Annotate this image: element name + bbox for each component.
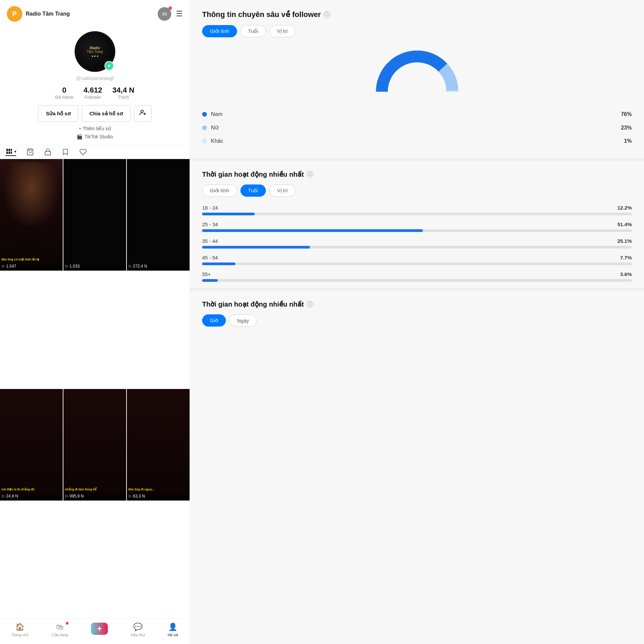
bar-fill — [202, 229, 423, 232]
activity-tab-location[interactable]: Vị trí — [269, 184, 296, 197]
activity-title-2: Thời gian hoạt động nhiều nhất ⓘ — [202, 300, 632, 308]
home-icon: 🏠 — [15, 623, 24, 631]
profile-icon: 👤 — [168, 623, 177, 631]
stat-follow: 0 Đã follow — [55, 86, 73, 100]
bar-fill — [202, 262, 235, 265]
tab-shop[interactable] — [26, 148, 34, 156]
share-profile-button[interactable]: Chia sẻ hồ sơ — [82, 105, 131, 122]
tab-liked[interactable] — [79, 148, 87, 156]
video-grid: đàn ông có một tính rất lạ ▷ 1.047 ▷ 1.0… — [0, 159, 190, 618]
video-views: ▷ 995,9 N — [65, 494, 124, 499]
male-dot — [202, 112, 207, 117]
avatar-notification[interactable]: 99 — [158, 7, 171, 21]
activity-info-icon-2[interactable]: ⓘ — [307, 301, 313, 308]
bar-label: 35 - 44 — [202, 238, 218, 244]
bar-track — [202, 213, 632, 215]
create-button[interactable]: + — [91, 623, 108, 635]
studio-icon: 🎬 — [77, 134, 82, 139]
video-item[interactable]: đàn ông có một tính rất lạ ▷ 1.047 — [0, 159, 63, 271]
tab-gender[interactable]: Giới tính — [202, 25, 237, 37]
tab-lock[interactable] — [44, 148, 52, 156]
add-avatar-button[interactable]: + — [104, 61, 114, 71]
add-friend-icon — [139, 109, 147, 116]
nav-home[interactable]: 🏠 Trang chủ — [12, 623, 28, 637]
top-bar-right: 99 ☰ — [158, 7, 183, 21]
svg-rect-5 — [11, 149, 12, 151]
bar-45-54: 45 - 54 7.7% — [202, 255, 632, 265]
right-panel: Thông tin chuyên sâu về follower ⓘ Giới … — [190, 0, 644, 644]
tab-hour[interactable]: Giờ — [202, 314, 226, 327]
activity-title: Thời gian hoạt động nhiều nhất ⓘ — [202, 170, 632, 178]
tab-day[interactable]: Ngày — [229, 314, 257, 327]
info-icon[interactable]: ⓘ — [324, 11, 330, 18]
activity-tab-age[interactable]: Tuổi — [240, 184, 266, 197]
bar-55plus-header: 55+ 3.6% — [202, 271, 632, 277]
tiktok-studio-link[interactable]: 🎬 TikTok Studio — [77, 134, 113, 139]
bottom-nav: 🏠 Trang chủ 🛍 Cửa hàng + 💬 Hộp thư 👤 Hồ … — [0, 618, 190, 644]
nav-profile-label: Hồ sơ — [168, 633, 178, 637]
video-item[interactable]: đàn ông đi ngoa... ▷ 63,3 N — [127, 389, 190, 501]
video-overlay: ▷ 63,3 N — [127, 492, 190, 501]
chevron-down-icon: ▾ — [14, 149, 16, 154]
legend-male: Nam 76% — [202, 108, 632, 121]
other-label: Khác — [211, 138, 223, 144]
video-item[interactable]: ▷ 1.033 — [63, 159, 126, 271]
video-item[interactable]: chồng đi làm hùng hổ ▷ 995,9 N — [63, 389, 126, 501]
age-bar-chart: 18 - 24 12.2% 25 - 34 51.4% 35 - 44 25.1… — [202, 205, 632, 282]
video-text-overlay: nói thật ra là chồng đó — [1, 488, 35, 491]
stat-follow-value: 0 — [62, 86, 66, 95]
bar-18-24-header: 18 - 24 12.2% — [202, 205, 632, 211]
bar-fill — [202, 279, 218, 282]
tab-location[interactable]: Vị trí — [269, 25, 296, 37]
nav-home-label: Trang chủ — [12, 633, 28, 637]
nav-shop[interactable]: 🛍 Cửa hàng — [52, 623, 68, 637]
tab-videos[interactable]: ▾ — [5, 148, 16, 156]
left-panel: P Radio Tâm Trang 99 ☰ Radio Tâm Trang ★… — [0, 0, 190, 644]
activity-info-icon[interactable]: ⓘ — [307, 171, 313, 178]
nav-shop-label: Cửa hàng — [52, 633, 68, 637]
video-overlay: ▷ 1.047 — [0, 262, 63, 271]
activity-tab-gender[interactable]: Giới tính — [202, 184, 237, 197]
shop-badge — [66, 622, 69, 625]
video-item[interactable]: nói thật ra là chồng đó ▷ 24,9 N — [0, 389, 63, 501]
logo-icon: P — [7, 6, 22, 22]
bar-label: 25 - 34 — [202, 221, 218, 227]
play-icon: ▷ — [2, 264, 5, 268]
tab-saved[interactable] — [62, 148, 69, 156]
nav-profile[interactable]: 👤 Hồ sơ — [168, 623, 178, 637]
nav-create[interactable]: + — [91, 623, 108, 637]
lock-icon — [44, 148, 52, 156]
play-icon: ▷ — [65, 264, 68, 268]
svg-rect-4 — [8, 149, 10, 151]
other-pct: 1% — [624, 138, 632, 144]
legend-female: Nữ 23% — [202, 121, 632, 135]
bar-fill — [202, 246, 310, 249]
video-item[interactable]: ▷ 272,4 N — [127, 159, 190, 271]
notification-badge — [169, 6, 172, 10]
bar-35-44-header: 35 - 44 25.1% — [202, 238, 632, 244]
bar-pct: 7.7% — [620, 255, 632, 260]
add-friend-button[interactable] — [134, 105, 152, 122]
video-views: ▷ 63,3 N — [129, 494, 188, 499]
view-count: 995,9 N — [70, 494, 84, 499]
grid-icon — [5, 148, 13, 155]
bar-55plus: 55+ 3.6% — [202, 271, 632, 282]
gender-donut-chart — [373, 45, 461, 100]
activity-title-text: Thời gian hoạt động nhiều nhất — [202, 170, 304, 178]
play-icon: ▷ — [129, 264, 132, 268]
svg-point-0 — [141, 110, 143, 113]
add-bio-link[interactable]: + Thêm tiểu sử — [79, 126, 111, 131]
section-divider-2 — [190, 288, 644, 291]
activity-time-tab-group: Giờ Ngày — [202, 314, 632, 327]
video-text-overlay: đàn ông có một tính rất lạ — [1, 258, 40, 261]
other-dot — [202, 139, 207, 143]
top-bar-left: P Radio Tâm Trang — [7, 6, 70, 22]
tab-age[interactable]: Tuổi — [240, 25, 266, 37]
nav-inbox[interactable]: 💬 Hộp thư — [131, 623, 144, 637]
legend-female-left: Nữ — [202, 124, 218, 131]
profile-section: Radio Tâm Trang ★ ★ ★ + @radiotamtrangl … — [0, 28, 190, 145]
menu-icon[interactable]: ☰ — [176, 9, 183, 18]
stat-likes-value: 34,4 N — [112, 86, 134, 95]
bar-track — [202, 262, 632, 265]
edit-profile-button[interactable]: Sửa hồ sơ — [38, 105, 78, 122]
